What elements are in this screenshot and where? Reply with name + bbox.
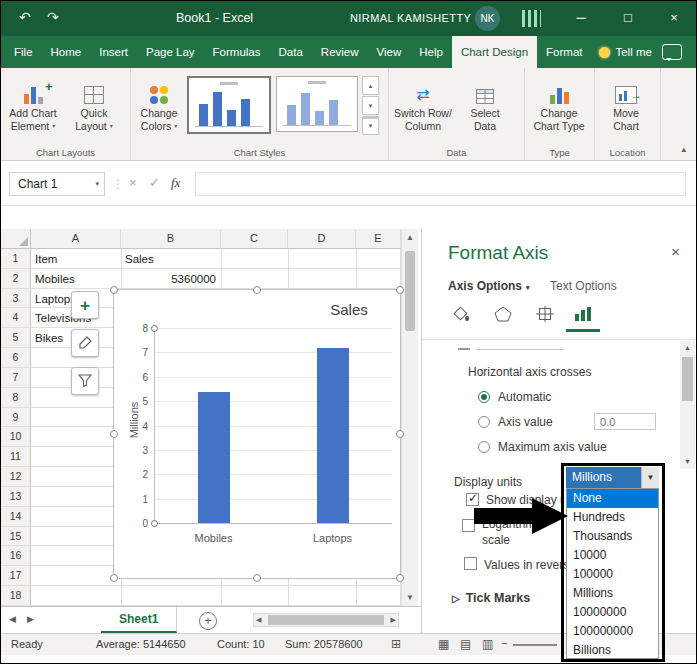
row-header-6[interactable]: 6: [1, 348, 31, 368]
axis-options-chart-icon[interactable]: [570, 301, 596, 327]
display-units-option-10000[interactable]: 10000: [567, 546, 658, 565]
row-header-7[interactable]: 7: [1, 368, 31, 388]
scroll-right-icon[interactable]: ▶: [391, 616, 396, 624]
close-button[interactable]: ×: [660, 10, 688, 25]
normal-view-icon[interactable]: ▦: [438, 637, 449, 651]
enter-icon[interactable]: ✓: [149, 175, 160, 190]
display-units-option-None[interactable]: None: [567, 489, 658, 508]
chart-style-1-thumbnail[interactable]: [187, 76, 271, 134]
display-units-option-10000000[interactable]: 10000000: [567, 603, 658, 622]
close-icon[interactable]: ×: [671, 243, 680, 260]
ribbon-tab-format[interactable]: Format: [537, 36, 591, 68]
avatar[interactable]: NK: [475, 6, 500, 31]
chart-selection-handle[interactable]: [110, 286, 118, 294]
chart-selection-handle[interactable]: [253, 574, 261, 582]
page-layout-view-icon[interactable]: ▤: [460, 637, 471, 651]
cancel-icon[interactable]: ×: [129, 175, 137, 190]
redo-icon[interactable]: ↷: [47, 9, 59, 25]
chart-title[interactable]: Sales: [330, 301, 368, 318]
logarithmic-scale-checkbox[interactable]: [462, 519, 475, 532]
panel-scroll-thumb[interactable]: [682, 357, 693, 401]
values-reverse-checkbox[interactable]: [464, 557, 477, 570]
formula-input[interactable]: [195, 172, 686, 196]
chart-selection-handle[interactable]: [110, 574, 118, 582]
add-sheet-button[interactable]: +: [199, 612, 217, 630]
horizontal-scrollbar[interactable]: ◀ ▶: [253, 613, 399, 627]
tell-me[interactable]: Tell me: [599, 36, 651, 68]
ribbon-tab-file[interactable]: File: [5, 36, 42, 68]
show-display-units-checkbox[interactable]: [466, 493, 479, 506]
radio-automatic[interactable]: Automatic: [478, 389, 551, 405]
column-header-D[interactable]: D: [288, 229, 356, 249]
radio-axis-value[interactable]: Axis value: [478, 414, 553, 430]
column-header-E[interactable]: E: [356, 229, 401, 249]
gallery-down-icon[interactable]: ▾: [362, 96, 379, 115]
chevron-down-icon[interactable]: ▾: [95, 173, 99, 195]
select-data-button[interactable]: Select Data: [457, 72, 513, 133]
display-units-option-Billions[interactable]: Billions: [567, 641, 658, 660]
macro-grid-icon[interactable]: ⊞: [391, 637, 401, 651]
column-header-C[interactable]: C: [221, 229, 288, 249]
row-header-3[interactable]: 3: [1, 289, 31, 309]
panel-scrollbar[interactable]: ▲: [680, 341, 695, 469]
maximize-button[interactable]: □: [614, 10, 642, 25]
display-units-option-Millions[interactable]: Millions: [567, 584, 658, 603]
scroll-down-icon[interactable]: ▼: [402, 593, 418, 602]
row-header-1[interactable]: 1: [1, 249, 31, 269]
row-header-18[interactable]: 18: [1, 586, 31, 606]
axis-handle-bottom[interactable]: [151, 520, 158, 527]
chart-style-2-thumbnail[interactable]: [276, 76, 358, 132]
ribbon-tab-page-lay[interactable]: Page Lay: [137, 36, 204, 68]
chart-bar-Mobiles[interactable]: [198, 392, 230, 523]
page-break-view-icon[interactable]: ▥: [482, 637, 493, 651]
sheet-tab-sheet1[interactable]: Sheet1: [101, 607, 177, 633]
minimize-button[interactable]: ─: [567, 10, 595, 25]
vertical-scrollbar[interactable]: ▲ ▼: [401, 229, 418, 606]
ribbon-tab-data[interactable]: Data: [270, 36, 312, 68]
chart-selection-handle[interactable]: [253, 286, 261, 294]
ribbon-tab-help[interactable]: Help: [410, 36, 452, 68]
display-units-option-100000000[interactable]: 100000000: [567, 622, 658, 641]
row-header-5[interactable]: 5: [1, 328, 31, 348]
size-properties-icon[interactable]: [532, 301, 558, 327]
tab-text-options[interactable]: Text Options: [550, 279, 617, 293]
row-header-14[interactable]: 14: [1, 507, 31, 527]
change-chart-type-button[interactable]: Change Chart Type: [525, 72, 593, 133]
cell-B1[interactable]: Sales: [125, 252, 216, 266]
ribbon-tab-home[interactable]: Home: [42, 36, 91, 68]
scroll-up-icon[interactable]: ▲: [680, 344, 695, 351]
cell-A1[interactable]: Item: [35, 252, 116, 266]
column-header-A[interactable]: A: [31, 229, 121, 249]
ribbon-tab-view[interactable]: View: [368, 36, 411, 68]
change-colors-button[interactable]: Change Colors ▾: [131, 72, 187, 133]
quick-layout-button[interactable]: Change Quick Layout ▾: [65, 72, 123, 133]
name-box[interactable]: Chart 1 ▾: [9, 172, 105, 196]
row-header-10[interactable]: 10: [1, 427, 31, 447]
row-header-16[interactable]: 16: [1, 546, 31, 566]
row-header-15[interactable]: 15: [1, 527, 31, 547]
row-header-2[interactable]: 2: [1, 269, 31, 289]
select-all-corner[interactable]: [1, 229, 31, 249]
chart-selection-handle[interactable]: [110, 430, 118, 438]
ribbon-tab-formulas[interactable]: Formulas: [204, 36, 270, 68]
sheet-nav-left-icon[interactable]: ◀: [9, 614, 16, 624]
combobox-dropdown-icon[interactable]: ▼: [641, 467, 659, 488]
gallery-up-icon[interactable]: ▴: [362, 76, 379, 95]
fill-line-icon[interactable]: [448, 301, 474, 327]
row-header-9[interactable]: 9: [1, 408, 31, 428]
comments-icon[interactable]: [662, 44, 682, 60]
collapse-ribbon-icon[interactable]: ▴: [681, 144, 686, 154]
axis-value-input[interactable]: 0.0: [594, 413, 656, 430]
row-header-4[interactable]: 4: [1, 308, 31, 328]
zoom-slider[interactable]: [513, 644, 557, 646]
ribbon-tab-insert[interactable]: Insert: [90, 36, 137, 68]
chart-styles-button[interactable]: [71, 329, 99, 357]
display-units-option-100000[interactable]: 100000: [567, 565, 658, 584]
row-header-17[interactable]: 17: [1, 566, 31, 586]
embedded-chart[interactable]: Sales Millions 012345678MobilesLaptops: [113, 289, 401, 579]
add-chart-element-button[interactable]: + Add Chart Element ▾: [1, 72, 65, 133]
ribbon-tab-review[interactable]: Review: [312, 36, 368, 68]
ribbon-display-options-icon[interactable]: [522, 10, 541, 27]
chart-selection-handle[interactable]: [396, 286, 404, 294]
tab-axis-options[interactable]: Axis Options▾: [448, 279, 530, 293]
